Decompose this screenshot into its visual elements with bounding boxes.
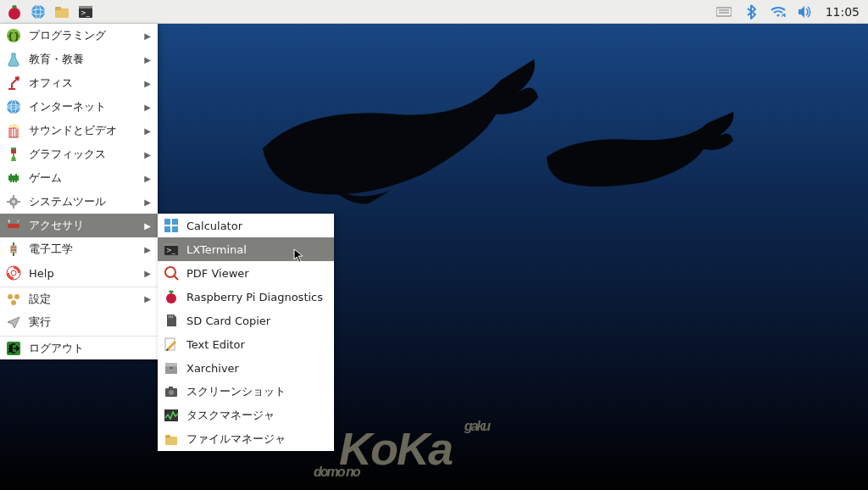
svg-rect-33 — [13, 206, 14, 209]
svg-text:>_: >_ — [166, 247, 176, 254]
svg-text:>_: >_ — [81, 9, 91, 17]
calculator-icon — [163, 217, 180, 234]
menu-item-preferences[interactable]: 設定 ▶ — [0, 287, 158, 310]
menu-button[interactable] — [3, 2, 25, 22]
menu-item-logout[interactable]: ログアウト — [0, 336, 158, 359]
terminal-launcher[interactable]: >_ — [75, 2, 97, 22]
chevron-right-icon: ▶ — [144, 269, 151, 278]
menu-item-label: サウンドとビデオ — [29, 123, 137, 138]
submenu-item-taskmanager[interactable]: タスクマネージャ — [158, 404, 334, 427]
bluetooth-tray-icon[interactable] — [743, 3, 760, 20]
menu-item-label: オフィス — [29, 75, 137, 91]
pdf-icon — [163, 264, 180, 281]
resistor-icon — [5, 241, 22, 258]
lifebuoy-icon — [5, 264, 22, 281]
clock[interactable]: 11:05 — [824, 5, 860, 19]
submenu-item-calculator[interactable]: Calculator — [158, 214, 334, 237]
svg-line-56 — [174, 276, 178, 280]
svg-text:{}: {} — [7, 31, 20, 42]
sdcard-icon — [163, 312, 180, 329]
svg-rect-50 — [164, 226, 170, 232]
submenu-item-label: スクリーンショット — [186, 384, 286, 399]
menu-item-system-tools[interactable]: システムツール ▶ — [0, 190, 158, 214]
submenu-item-filemanager[interactable]: ファイルマネージャ — [158, 427, 334, 451]
svg-point-42 — [11, 270, 16, 276]
application-menu: {} プログラミング ▶ 教育・教養 ▶ オフィス ▶ インターネット ▶ サウ… — [0, 24, 158, 359]
svg-rect-49 — [172, 219, 178, 225]
chevron-right-icon: ▶ — [144, 103, 151, 112]
menu-item-run[interactable]: 実行 — [0, 310, 158, 334]
menu-item-sound-video[interactable]: サウンドとビデオ ▶ — [0, 119, 158, 142]
svg-rect-29 — [13, 153, 14, 157]
chevron-right-icon: ▶ — [144, 221, 151, 231]
exit-icon — [5, 340, 22, 357]
menu-item-accessories[interactable]: アクセサリ ▶ — [0, 214, 158, 237]
keyboard-tray-icon[interactable] — [715, 3, 732, 20]
menu-item-label: ゲーム — [29, 170, 137, 186]
svg-point-24 — [9, 125, 13, 128]
menu-item-label: システムツール — [29, 194, 137, 209]
menu-item-internet[interactable]: インターネット ▶ — [0, 95, 158, 119]
svg-point-0 — [8, 8, 20, 19]
volume-tray-icon[interactable] — [797, 3, 814, 20]
chevron-right-icon: ▶ — [144, 294, 151, 303]
svg-rect-59 — [170, 315, 171, 318]
wallpaper-whale — [254, 55, 542, 208]
popcorn-icon — [5, 122, 22, 139]
menu-item-label: プログラミング — [29, 28, 137, 43]
svg-rect-48 — [164, 219, 170, 225]
svg-point-26 — [15, 125, 19, 129]
browser-launcher[interactable] — [27, 2, 49, 22]
chevron-right-icon: ▶ — [144, 198, 151, 207]
menu-item-games[interactable]: ゲーム ▶ — [0, 166, 158, 190]
wallpaper-whale-small — [542, 110, 737, 195]
submenu-item-pdfviewer[interactable]: PDF Viewer — [158, 261, 334, 285]
svg-rect-28 — [11, 148, 16, 149]
filemanager-launcher[interactable] — [51, 2, 73, 22]
chevron-right-icon: ▶ — [144, 79, 151, 88]
submenu-item-label: Calculator — [186, 220, 242, 232]
chevron-right-icon: ▶ — [144, 55, 151, 64]
submenu-item-diagnostics[interactable]: Raspberry Pi Diagnostics — [158, 285, 334, 309]
terminal-icon: >_ — [163, 241, 180, 258]
svg-rect-9 — [716, 8, 732, 16]
submenu-item-screenshot[interactable]: スクリーンショット — [158, 380, 334, 404]
menu-item-education[interactable]: 教育・教養 ▶ — [0, 47, 158, 71]
svg-rect-32 — [13, 195, 14, 198]
submenu-item-sdcopier[interactable]: SD Card Copier — [158, 309, 334, 332]
svg-rect-7 — [79, 6, 92, 8]
submenu-item-label: PDF Viewer — [186, 267, 249, 280]
wifi-tray-icon[interactable] — [770, 3, 787, 20]
svg-rect-66 — [169, 387, 173, 389]
menu-item-office[interactable]: オフィス ▶ — [0, 71, 158, 95]
svg-point-43 — [8, 294, 13, 299]
menu-item-help[interactable]: Help ▶ — [0, 261, 158, 285]
submenu-item-label: LXTerminal — [186, 243, 247, 256]
menu-item-label: 電子工学 — [29, 242, 137, 257]
menu-item-label: Help — [29, 267, 137, 280]
dials-icon — [5, 291, 22, 308]
submenu-item-label: タスクマネージャ — [186, 408, 275, 423]
taskmanager-icon — [163, 407, 180, 424]
submenu-item-lxterminal[interactable]: >_ LXTerminal — [158, 237, 334, 261]
chevron-right-icon: ▶ — [144, 126, 151, 136]
menu-item-graphics[interactable]: グラフィックス ▶ — [0, 142, 158, 166]
raspberry-icon — [163, 288, 180, 305]
menu-item-electronics[interactable]: 電子工学 ▶ — [0, 237, 158, 261]
submenu-item-label: SD Card Copier — [186, 315, 270, 327]
svg-rect-63 — [165, 363, 177, 366]
svg-point-1 — [31, 5, 45, 19]
accessories-submenu: Calculator >_ LXTerminal PDF Viewer Rasp… — [158, 214, 334, 451]
swissknife-icon — [5, 217, 22, 234]
svg-point-12 — [776, 14, 779, 16]
submenu-item-label: Raspberry Pi Diagnostics — [186, 291, 323, 303]
svg-rect-58 — [169, 315, 170, 318]
menu-item-label: 設定 — [29, 292, 137, 307]
paperplane-icon — [5, 314, 22, 331]
folder-icon — [163, 431, 180, 448]
submenu-item-label: Xarchiver — [186, 362, 239, 375]
submenu-item-texteditor[interactable]: Text Editor — [158, 332, 334, 356]
svg-rect-36 — [8, 224, 19, 228]
submenu-item-xarchiver[interactable]: Xarchiver — [158, 356, 334, 380]
menu-item-programming[interactable]: {} プログラミング ▶ — [0, 24, 158, 47]
